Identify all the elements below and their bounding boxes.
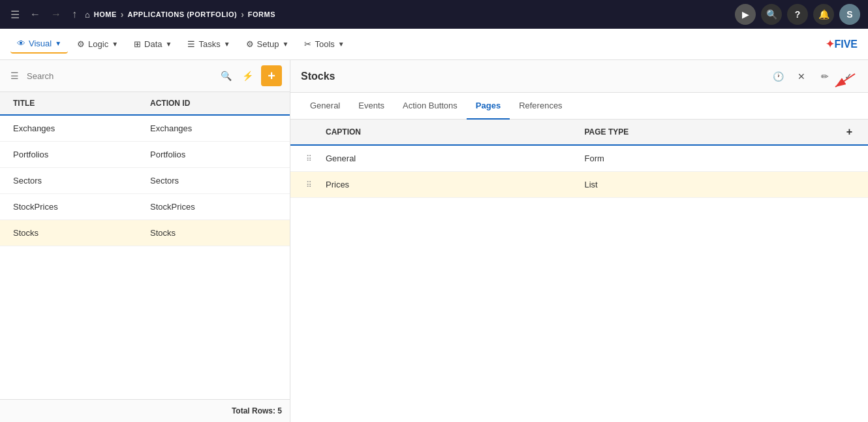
second-nav-left: 👁 Visual ▼ ⚙ Logic ▼ ⊞ Data ▼ ☰ Tasks ▼ … [10, 35, 351, 54]
nav-item-tools[interactable]: ✂ Tools ▼ [298, 35, 350, 53]
forward-icon[interactable]: → [48, 6, 64, 23]
nav-item-tasks[interactable]: ☰ Tasks ▼ [181, 35, 236, 53]
tools-chevron: ▼ [338, 41, 345, 48]
breadcrumb-sep-2: › [241, 9, 244, 20]
tab-general[interactable]: General [301, 93, 349, 120]
tasks-chevron: ▼ [224, 41, 230, 48]
visual-icon: 👁 [17, 39, 25, 48]
page-spacer-prices [838, 177, 858, 193]
tab-action-buttons[interactable]: Action Buttons [394, 93, 467, 120]
page-caption-general: General [320, 146, 580, 171]
help-button[interactable]: ? [787, 4, 808, 25]
table-row[interactable]: StockPrices StockPrices [0, 194, 290, 220]
table-row[interactable]: Portfolios Portfolios [0, 142, 290, 168]
bolt-icon[interactable]: ⚡ [240, 68, 256, 84]
row-sectors-id: Sectors [145, 168, 282, 193]
nav-item-setup[interactable]: ⚙ Setup ▼ [240, 35, 296, 53]
page-caption-prices: Prices [320, 172, 580, 197]
row-sectors-title: Sectors [8, 168, 145, 193]
tasks-icon: ☰ [187, 39, 195, 49]
hamburger-icon[interactable]: ☰ [8, 68, 22, 84]
edit-button[interactable]: ✏ [816, 67, 834, 86]
breadcrumb-applications[interactable]: APPLICATIONS (PORTFOLIO) [128, 10, 238, 18]
play-button[interactable]: ▶ [735, 4, 756, 25]
breadcrumb-home-icon: ⌂ [85, 10, 90, 20]
breadcrumb-sep-1: › [121, 9, 124, 20]
logic-label: Logic [88, 39, 108, 49]
pages-content: Caption Page Type + ⠿ General Form ⠿ Pri… [290, 120, 868, 422]
left-panel: ☰ 🔍 ⚡ + Title Action ID Exchanges Exchan… [0, 60, 290, 422]
tabs-bar: General Events Action Buttons Pages Refe… [290, 93, 868, 120]
table-row[interactable]: Sectors Sectors [0, 168, 290, 194]
notifications-button[interactable]: 🔔 [813, 4, 834, 25]
col-action-id: Action ID [145, 92, 282, 114]
tab-pages[interactable]: Pages [467, 93, 510, 120]
row-exchanges-id: Exchanges [145, 116, 282, 141]
second-nav-bar: 👁 Visual ▼ ⚙ Logic ▼ ⊞ Data ▼ ☰ Tasks ▼ … [0, 29, 868, 60]
logic-icon: ⚙ [77, 39, 85, 49]
tools-icon: ✂ [304, 39, 311, 49]
add-button[interactable]: + [261, 65, 282, 86]
setup-label: Setup [257, 39, 279, 49]
search-bar: ☰ 🔍 ⚡ + [0, 60, 290, 92]
pages-table-row[interactable]: ⠿ Prices List [290, 172, 868, 198]
row-stockprices-id: StockPrices [145, 194, 282, 219]
menu-icon[interactable]: ☰ [8, 6, 22, 24]
close-button[interactable]: ✕ [792, 67, 811, 86]
logic-chevron: ▼ [112, 41, 118, 48]
back-icon[interactable]: ← [27, 6, 43, 23]
nav-item-data[interactable]: ⊞ Data ▼ [127, 35, 178, 53]
panel-header: Stocks 🕐 ✕ ✏ ✓ [290, 60, 868, 93]
visual-label: Visual [29, 39, 52, 48]
user-avatar-button[interactable]: S [839, 4, 860, 25]
visual-chevron: ▼ [55, 40, 61, 47]
total-rows-label: Total Rows: 5 [232, 406, 282, 415]
tab-events[interactable]: Events [349, 93, 394, 120]
breadcrumb-home[interactable]: HOME [94, 10, 117, 18]
breadcrumb-forms[interactable]: FORMS [248, 10, 275, 18]
data-label: Data [144, 39, 162, 49]
add-col-header: + [838, 120, 858, 144]
pages-table-row[interactable]: ⠿ General Form [290, 146, 868, 172]
row-portfolios-id: Portfolios [145, 142, 282, 167]
setup-icon: ⚙ [246, 39, 254, 49]
table-body: Exchanges Exchanges Portfolios Portfolio… [0, 116, 290, 399]
search-input[interactable] [27, 71, 213, 81]
search-icon[interactable]: 🔍 [218, 68, 234, 84]
main-content: ☰ 🔍 ⚡ + Title Action ID Exchanges Exchan… [0, 60, 868, 422]
panel-title: Stocks [301, 71, 769, 82]
page-type-general: Form [580, 146, 839, 171]
nav-item-visual[interactable]: 👁 Visual ▼ [10, 35, 68, 54]
pages-table-header: Caption Page Type + [290, 120, 868, 146]
tab-references[interactable]: References [510, 93, 571, 120]
row-stockprices-title: StockPrices [8, 194, 145, 219]
search-button[interactable]: 🔍 [761, 4, 782, 25]
tools-label: Tools [315, 39, 334, 49]
table-footer: Total Rows: 5 [0, 399, 290, 422]
page-spacer-general [838, 151, 858, 167]
up-icon[interactable]: ↑ [69, 6, 80, 23]
drag-handle-general: ⠿ [301, 146, 320, 171]
drag-handle-prices: ⠿ [301, 172, 320, 197]
page-type-prices: List [580, 172, 839, 197]
setup-chevron: ▼ [283, 41, 289, 48]
data-icon: ⊞ [134, 39, 141, 49]
table-row[interactable]: Exchanges Exchanges [0, 116, 290, 142]
data-chevron: ▼ [166, 41, 172, 48]
right-panel: Stocks 🕐 ✕ ✏ ✓ General [290, 60, 868, 422]
row-portfolios-title: Portfolios [8, 142, 145, 167]
tasks-label: Tasks [198, 39, 220, 49]
five-logo: ✦FIVE [826, 38, 858, 50]
history-button[interactable]: 🕐 [769, 67, 787, 86]
drag-col-header [301, 125, 320, 138]
table-row[interactable]: Stocks Stocks [0, 220, 290, 246]
add-page-icon[interactable]: + [846, 126, 852, 137]
save-button[interactable]: ✓ [839, 67, 858, 86]
breadcrumb: ⌂ HOME › APPLICATIONS (PORTFOLIO) › FORM… [85, 9, 275, 20]
row-stocks-id: Stocks [145, 220, 282, 246]
nav-item-logic[interactable]: ⚙ Logic ▼ [70, 35, 125, 53]
top-nav-right: ▶ 🔍 ? 🔔 S [735, 4, 860, 25]
row-stocks-title: Stocks [8, 220, 145, 246]
caption-col-header: Caption [320, 121, 580, 143]
top-nav-left: ☰ ← → ↑ ⌂ HOME › APPLICATIONS (PORTFOLIO… [8, 6, 730, 24]
